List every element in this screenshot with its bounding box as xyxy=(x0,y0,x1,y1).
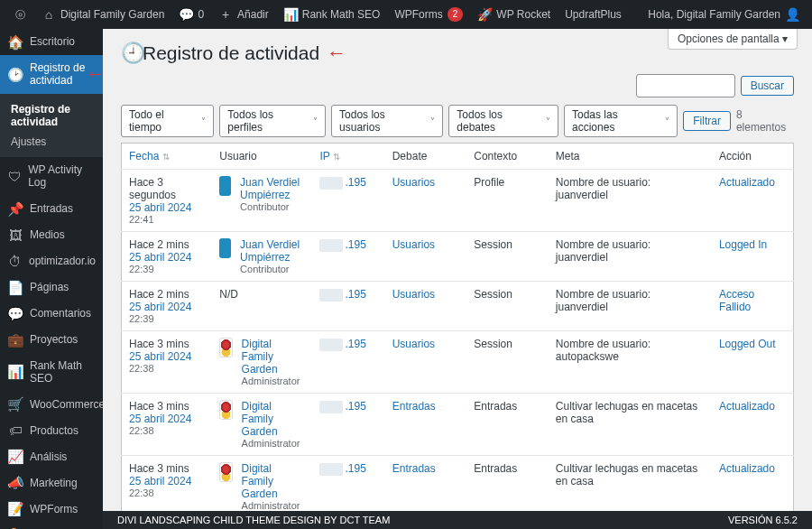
menu-woo[interactable]: 🛒WooCommerce xyxy=(0,391,103,417)
menu-appearance[interactable]: 🎨Apariencia xyxy=(0,522,103,529)
meta-text: Cultivar lechugas en macetas en casa xyxy=(556,462,697,487)
footer-credit: DIVI LANDSCAPING CHILD THEME DESIGN BY D… xyxy=(117,515,390,525)
date-link[interactable]: 25 abril 2024 xyxy=(129,413,205,425)
menu-pages[interactable]: 📄Páginas xyxy=(0,274,103,301)
ip-link[interactable]: .195 xyxy=(345,338,365,350)
user-greeting[interactable]: Hola, Digital Family Garden👤 xyxy=(641,0,807,29)
user-link[interactable]: Digital Family Garden xyxy=(242,400,278,438)
table-row: Hace 3 mins25 abril 202422:38Digital Fam… xyxy=(122,331,794,394)
date-link[interactable]: 25 abril 2024 xyxy=(129,475,205,487)
action-link[interactable]: Logged In xyxy=(719,238,767,251)
menu-analytics[interactable]: 📈Análisis xyxy=(0,443,103,469)
time-text: 22:41 xyxy=(129,214,205,225)
new-content[interactable]: +Añadir xyxy=(211,0,276,29)
menu-posts[interactable]: 📌Entradas xyxy=(0,196,103,222)
history-icon: 🕘 xyxy=(121,43,135,63)
filter-actions[interactable]: Todas las acciones xyxy=(564,105,678,137)
date-link[interactable]: 25 abril 2024 xyxy=(129,301,205,313)
user-link[interactable]: Juan Verdiel Umpiérrez xyxy=(240,176,300,201)
wp-logo[interactable]: ⦾ xyxy=(5,0,34,29)
filter-button[interactable]: Filtrar xyxy=(683,111,731,131)
updraft-bar[interactable]: UpdraftPlus xyxy=(558,0,629,29)
date-link[interactable]: 25 abril 2024 xyxy=(129,201,205,214)
comments-count: 0 xyxy=(198,8,204,21)
wp-footer: DIVI LANDSCAPING CHILD THEME DESIGN BY D… xyxy=(103,511,812,529)
chart-icon: 📊 xyxy=(283,8,298,21)
rankmath-bar[interactable]: 📊Rank Math SEO xyxy=(276,0,388,29)
action-link[interactable]: Actualizado xyxy=(719,400,775,413)
date-link[interactable]: 25 abril 2024 xyxy=(129,350,205,363)
wprocket-label: WP Rocket xyxy=(496,8,550,21)
site-home[interactable]: ⌂Digital Family Garden xyxy=(34,0,171,29)
ip-link[interactable]: .195 xyxy=(345,176,365,189)
user-link[interactable]: Digital Family Garden xyxy=(242,462,278,500)
table-header-row: Fecha ⇅ Usuario IP ⇅ Debate Contexto Met… xyxy=(122,144,794,170)
rel-time: Hace 3 mins xyxy=(129,462,189,475)
action-link[interactable]: Logged Out xyxy=(719,338,776,350)
wpforms-bar[interactable]: WPForms2 xyxy=(387,0,470,29)
action-link[interactable]: Acceso Fallido xyxy=(719,288,754,313)
ip-masked xyxy=(319,401,343,413)
ip-link[interactable]: .195 xyxy=(345,400,365,413)
menu-marketing[interactable]: 📣Marketing xyxy=(0,469,103,496)
debate-link[interactable]: Usuarios xyxy=(392,238,435,251)
footer-version: VERSIÓN 6.5.2 xyxy=(728,515,798,525)
date-link[interactable]: 25 abril 2024 xyxy=(129,251,205,264)
col-date[interactable]: Fecha ⇅ xyxy=(122,144,213,170)
menu-projects[interactable]: 💼Proyectos xyxy=(0,327,103,353)
user-role: Contributor xyxy=(240,264,305,274)
filter-users[interactable]: Todos los usuarios xyxy=(331,105,443,137)
ip-link[interactable]: .195 xyxy=(345,288,365,301)
user-link[interactable]: Digital Family Garden xyxy=(242,338,278,376)
debate-link[interactable]: Usuarios xyxy=(392,288,435,301)
menu-dashboard[interactable]: 🏠Escritorio xyxy=(0,29,103,55)
submenu-activitylog: Registro de actividad Ajustes xyxy=(0,94,103,157)
col-user: Usuario xyxy=(212,144,312,170)
time-text: 22:39 xyxy=(129,264,205,274)
wprocket-bar[interactable]: 🚀WP Rocket xyxy=(470,0,558,29)
cart-icon: 🛒 xyxy=(7,397,23,411)
filter-time[interactable]: Todo el tiempo xyxy=(121,105,214,137)
debate-link[interactable]: Usuarios xyxy=(392,176,435,189)
col-debate: Debate xyxy=(385,144,467,170)
ip-link[interactable]: .195 xyxy=(345,238,365,251)
home-icon: ⌂ xyxy=(42,8,56,21)
col-ip[interactable]: IP ⇅ xyxy=(312,144,384,170)
menu-comments[interactable]: 💬Comentarios xyxy=(0,301,103,327)
arrow-annotation-icon: ← xyxy=(86,62,103,86)
user-link[interactable]: Juan Verdiel Umpiérrez xyxy=(240,238,300,264)
filter-profiles[interactable]: Todos los perfiles xyxy=(219,105,326,137)
chart-icon: 📊 xyxy=(7,365,23,378)
debate-link[interactable]: Usuarios xyxy=(392,338,435,350)
action-link[interactable]: Actualizado xyxy=(719,462,775,475)
search-button[interactable]: Buscar xyxy=(741,76,794,96)
rel-time: Hace 3 mins xyxy=(129,400,189,413)
menu-wpforms[interactable]: 📝WPForms xyxy=(0,496,103,522)
table-row: Hace 3 mins25 abril 202422:38Digital Fam… xyxy=(122,394,794,456)
action-link[interactable]: Actualizado xyxy=(719,176,775,189)
ip-link[interactable]: .195 xyxy=(345,462,365,475)
search-input[interactable] xyxy=(636,74,735,97)
submenu-item-activitylog[interactable]: Registro de actividad xyxy=(0,99,103,132)
menu-products[interactable]: 🏷Productos xyxy=(0,417,103,443)
greeting-text: Hola, Digital Family Garden xyxy=(648,8,780,21)
rel-time: Hace 2 mins xyxy=(129,238,189,251)
bars-icon: 📈 xyxy=(7,450,23,463)
debate-link[interactable]: Entradas xyxy=(392,462,436,475)
menu-media[interactable]: 🖼Medios xyxy=(0,222,103,248)
menu-wpactivitylog[interactable]: 🛡WP Activity Log xyxy=(0,157,103,196)
submenu-item-settings[interactable]: Ajustes xyxy=(0,132,103,152)
wpforms-badge: 2 xyxy=(448,7,464,22)
comments-link[interactable]: 💬0 xyxy=(171,0,211,29)
filter-row: Todo el tiempo Todos los perfiles Todos … xyxy=(103,105,812,143)
debate-link[interactable]: Entradas xyxy=(392,400,436,413)
activity-table: Fecha ⇅ Usuario IP ⇅ Debate Contexto Met… xyxy=(121,143,794,511)
filter-debates[interactable]: Todos los debates xyxy=(448,105,558,137)
menu-optimizador[interactable]: ⏱optimizador.io xyxy=(0,248,103,274)
table-row: Hace 2 mins25 abril 202422:39N/D.195Usua… xyxy=(122,282,794,331)
menu-rankmath[interactable]: 📊Rank Math SEO xyxy=(0,353,103,392)
menu-activitylog[interactable]: 🕑Registro de actividad← xyxy=(0,55,103,94)
rel-time: Hace 2 mins xyxy=(129,288,189,301)
table-row: Hace 3 mins25 abril 202422:38Digital Fam… xyxy=(122,456,794,512)
screen-options-button[interactable]: Opciones de pantalla ▾ xyxy=(668,29,798,50)
